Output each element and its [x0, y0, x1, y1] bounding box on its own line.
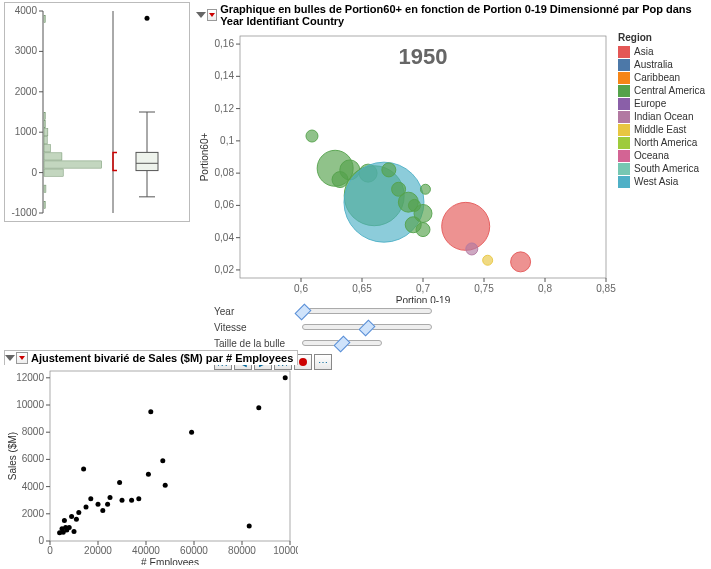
svg-point-79 [466, 243, 478, 255]
legend-item[interactable]: North America [618, 136, 705, 149]
svg-text:Portion 0-19: Portion 0-19 [396, 295, 451, 303]
legend-item[interactable]: Indian Ocean [618, 110, 705, 123]
bubble-chart-panel: Graphique en bulles de Portion60+ en fon… [196, 2, 708, 373]
svg-text:0,65: 0,65 [352, 283, 372, 294]
disclosure-icon[interactable] [196, 12, 206, 18]
slider-thumb[interactable] [334, 336, 351, 353]
svg-text:-1000: -1000 [11, 207, 37, 218]
svg-text:0,02: 0,02 [215, 264, 235, 275]
svg-text:0: 0 [47, 545, 53, 556]
legend-label: Middle East [634, 123, 686, 136]
svg-text:3000: 3000 [15, 45, 38, 56]
slider-block: YearVitesseTaille de la bulle [196, 303, 708, 351]
slider-thumb[interactable] [295, 304, 312, 321]
svg-point-76 [405, 217, 421, 233]
legend-item[interactable]: Oceana [618, 149, 705, 162]
svg-point-134 [146, 472, 151, 477]
svg-point-137 [163, 483, 168, 488]
svg-rect-32 [240, 36, 606, 278]
svg-text:40000: 40000 [132, 545, 160, 556]
svg-text:100000: 100000 [273, 545, 298, 556]
svg-point-81 [511, 252, 531, 272]
legend-swatch [618, 124, 630, 136]
legend-item[interactable]: Asia [618, 45, 705, 58]
legend-item[interactable]: Middle East [618, 123, 705, 136]
legend-title: Region [618, 32, 705, 43]
legend-label: Australia [634, 58, 673, 71]
svg-point-140 [256, 405, 261, 410]
slider-thumb[interactable] [359, 320, 376, 337]
svg-text:0,7: 0,7 [416, 283, 430, 294]
disclosure-icon[interactable] [5, 355, 15, 361]
legend-item[interactable]: West Asia [618, 175, 705, 188]
svg-point-122 [76, 510, 81, 515]
legend-swatch [618, 111, 630, 123]
svg-point-80 [483, 255, 493, 265]
scatter-title: Ajustement bivarié de Sales ($M) par # E… [31, 352, 293, 364]
svg-text:2000: 2000 [22, 508, 45, 519]
legend-item[interactable]: Central America [618, 84, 705, 97]
chart-menu-button[interactable] [16, 352, 28, 364]
legend-label: Oceana [634, 149, 669, 162]
svg-point-124 [84, 505, 89, 510]
svg-text:60000: 60000 [180, 545, 208, 556]
slider-label: Vitesse [214, 322, 294, 333]
svg-text:1950: 1950 [399, 44, 448, 69]
chart-menu-button[interactable] [207, 9, 217, 21]
svg-rect-20 [44, 129, 48, 136]
legend-label: Central America [634, 84, 705, 97]
svg-rect-83 [50, 371, 290, 541]
settings-button[interactable]: ⋯ [314, 354, 332, 370]
svg-point-136 [160, 458, 165, 463]
legend-swatch [618, 85, 630, 97]
svg-rect-21 [44, 120, 45, 127]
svg-rect-22 [44, 112, 45, 119]
legend-label: Asia [634, 45, 653, 58]
svg-text:Sales ($M): Sales ($M) [7, 432, 18, 480]
svg-text:4000: 4000 [15, 5, 38, 16]
slider-track[interactable] [302, 308, 432, 314]
slider-track[interactable] [302, 340, 382, 346]
svg-point-135 [148, 409, 153, 414]
svg-text:1000: 1000 [15, 126, 38, 137]
legend-item[interactable]: South America [618, 162, 705, 175]
slider-label: Year [214, 306, 294, 317]
legend-item[interactable]: Caribbean [618, 71, 705, 84]
svg-point-130 [117, 480, 122, 485]
svg-point-127 [100, 508, 105, 513]
legend-label: Caribbean [634, 71, 680, 84]
legend-swatch [618, 59, 630, 71]
svg-point-131 [120, 498, 125, 503]
scatter-header: Ajustement bivarié de Sales ($M) par # E… [4, 350, 298, 365]
bubble-chart-title: Graphique en bulles de Portion60+ en fon… [220, 3, 706, 27]
svg-text:0,04: 0,04 [215, 232, 235, 243]
svg-text:0,08: 0,08 [215, 167, 235, 178]
slider-row: Vitesse [214, 319, 708, 335]
legend-swatch [618, 176, 630, 188]
svg-text:4000: 4000 [22, 481, 45, 492]
svg-point-63 [306, 130, 318, 142]
svg-text:20000: 20000 [84, 545, 112, 556]
legend-label: West Asia [634, 175, 678, 188]
slider-row: Year [214, 303, 708, 319]
scatter-panel: Ajustement bivarié de Sales ($M) par # E… [4, 350, 298, 567]
svg-text:0,16: 0,16 [215, 38, 235, 49]
svg-text:12000: 12000 [16, 372, 44, 383]
svg-point-119 [69, 514, 74, 519]
legend-swatch [618, 163, 630, 175]
svg-text:8000: 8000 [22, 426, 45, 437]
svg-point-123 [81, 466, 86, 471]
svg-point-118 [67, 525, 72, 530]
svg-text:6000: 6000 [22, 453, 45, 464]
svg-point-126 [96, 502, 101, 507]
svg-point-120 [72, 529, 77, 534]
legend-label: Indian Ocean [634, 110, 694, 123]
legend-item[interactable]: Europe [618, 97, 705, 110]
slider-track[interactable] [302, 324, 432, 330]
svg-rect-15 [44, 169, 63, 176]
svg-point-133 [136, 496, 141, 501]
legend-item[interactable]: Australia [618, 58, 705, 71]
legend-label: South America [634, 162, 699, 175]
svg-point-70 [382, 163, 396, 177]
svg-text:0,1: 0,1 [220, 135, 234, 146]
